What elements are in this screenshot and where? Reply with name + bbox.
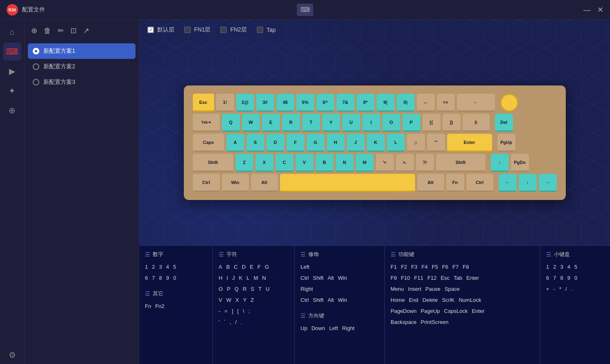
key-k[interactable]: K	[367, 134, 385, 152]
key-minus[interactable]: --	[417, 94, 435, 112]
fn-space[interactable]: Space	[445, 285, 460, 293]
arrow-down[interactable]: Down	[312, 324, 325, 332]
key-pgdn[interactable]: PgDn	[511, 154, 529, 172]
key-period[interactable]: >.	[396, 154, 414, 172]
fn-f10[interactable]: F10	[401, 274, 410, 282]
fn-enter2[interactable]: Enter	[472, 307, 484, 315]
mod-right[interactable]: Right	[300, 285, 313, 293]
char-G[interactable]: G	[265, 263, 269, 271]
num-btn-7[interactable]: 7	[152, 274, 155, 282]
char-H[interactable]: H	[219, 274, 222, 282]
key-quote[interactable]: '"	[427, 134, 445, 152]
fn-numlock[interactable]: NumLock	[459, 296, 481, 304]
np-2[interactable]: 2	[553, 263, 556, 271]
char-F[interactable]: F	[258, 263, 261, 271]
char-O[interactable]: O	[219, 285, 223, 293]
key-lshift[interactable]: Shift	[193, 154, 233, 172]
np-4[interactable]: 4	[567, 263, 570, 271]
add-profile-button[interactable]: ⊕	[29, 25, 39, 37]
char-R[interactable]: R	[243, 285, 246, 293]
key-pgup[interactable]: PgUp	[497, 134, 515, 152]
copy-profile-button[interactable]: ⊡	[69, 25, 78, 37]
num-btn-4[interactable]: 4	[166, 263, 169, 271]
char-X[interactable]: X	[235, 296, 239, 304]
key-lctrl[interactable]: Ctrl	[193, 174, 220, 192]
key-v[interactable]: V	[296, 154, 314, 172]
key-esc[interactable]: Esc	[193, 94, 214, 112]
num-btn-3[interactable]: 3	[159, 263, 162, 271]
fn-f6[interactable]: F6	[442, 263, 448, 271]
key-i[interactable]: I	[362, 114, 380, 132]
key-1[interactable]: 1!	[216, 94, 234, 112]
char-C[interactable]: C	[234, 263, 237, 271]
mod-shift1[interactable]: Shift	[313, 274, 323, 282]
char-backslash[interactable]: \	[243, 307, 244, 315]
char-Q[interactable]: Q	[235, 285, 239, 293]
minimize-button[interactable]: —	[583, 6, 591, 13]
key-l[interactable]: L	[387, 134, 405, 152]
key-rbracket[interactable]: ]}	[443, 114, 461, 132]
char-I[interactable]: I	[226, 274, 228, 282]
key-0[interactable]: 0)	[397, 94, 415, 112]
fn-end[interactable]: End	[409, 296, 418, 304]
layer-tab-tap[interactable]: Tap	[257, 27, 276, 33]
key-right[interactable]: →	[539, 174, 557, 192]
key-d[interactable]: D	[267, 134, 285, 152]
np-3[interactable]: 3	[560, 263, 563, 271]
key-8[interactable]: 8*	[357, 94, 375, 112]
key-b[interactable]: B	[316, 154, 334, 172]
key-equals[interactable]: =+	[437, 94, 455, 112]
num-btn-9[interactable]: 9	[166, 274, 169, 282]
char-period[interactable]: .	[241, 318, 242, 326]
fn-esc[interactable]: Esc	[441, 274, 450, 282]
char-N[interactable]: N	[262, 274, 266, 282]
key-t[interactable]: T	[302, 114, 320, 132]
np-mult[interactable]: *	[559, 285, 561, 293]
fn-f8[interactable]: F8	[463, 263, 469, 271]
key-ralt[interactable]: Alt	[417, 174, 444, 192]
key-s[interactable]: S	[246, 134, 264, 152]
key-p[interactable]: P	[402, 114, 420, 132]
char-U[interactable]: U	[266, 285, 269, 293]
num-btn-2[interactable]: 2	[152, 263, 155, 271]
fn-f3[interactable]: F3	[411, 263, 417, 271]
fn-pageup[interactable]: PageUp	[421, 307, 440, 315]
fn-menu[interactable]: Menu	[391, 285, 404, 293]
profile-item-1[interactable]: 新配置方案1	[28, 43, 136, 59]
key-z[interactable]: Z	[235, 154, 253, 172]
key-down[interactable]: ↓	[519, 174, 537, 192]
key-rshift[interactable]: Shift	[436, 154, 486, 172]
char-D[interactable]: D	[242, 263, 246, 271]
key-2[interactable]: 2@	[236, 94, 254, 112]
np-1[interactable]: 1	[546, 263, 549, 271]
key-j[interactable]: J	[347, 134, 365, 152]
key-backslash[interactable]: |\	[463, 114, 490, 132]
key-6[interactable]: 6^	[316, 94, 334, 112]
char-A[interactable]: A	[219, 263, 222, 271]
fn-backspace[interactable]: Backspace	[391, 318, 417, 326]
settings-button[interactable]: ⚙	[3, 346, 21, 364]
sidebar-item-terminal[interactable]: ▶	[3, 62, 21, 80]
np-9[interactable]: 9	[567, 274, 570, 282]
fn-tab[interactable]: Tab	[454, 274, 462, 282]
char-comma[interactable]: ,	[230, 318, 231, 326]
export-profile-button[interactable]: ↗	[81, 25, 91, 37]
fn-f5[interactable]: F5	[432, 263, 438, 271]
char-K[interactable]: K	[239, 274, 243, 282]
key-u[interactable]: U	[342, 114, 360, 132]
close-button[interactable]: ✕	[597, 6, 603, 13]
char-quote[interactable]: '	[219, 318, 219, 326]
fn-f7[interactable]: F7	[452, 263, 459, 271]
char-L[interactable]: L	[246, 274, 249, 282]
num-btn-6[interactable]: 6	[145, 274, 148, 282]
char-M[interactable]: M	[253, 274, 258, 282]
char-W[interactable]: W	[226, 296, 231, 304]
key-h[interactable]: H	[327, 134, 345, 152]
layer-checkbox-default[interactable]	[147, 27, 154, 33]
layer-checkbox-tap[interactable]	[257, 27, 263, 33]
char-lbracket[interactable]: [	[237, 307, 239, 315]
num-btn-1[interactable]: 1	[145, 263, 148, 271]
mod-win2[interactable]: Win	[338, 296, 347, 304]
num-btn-0[interactable]: 0	[173, 274, 176, 282]
char-Z[interactable]: Z	[251, 296, 254, 304]
